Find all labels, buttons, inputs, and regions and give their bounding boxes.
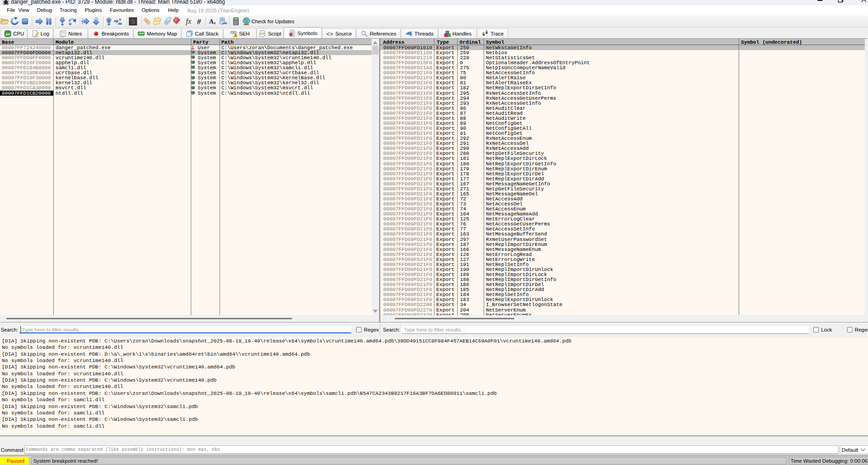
svg-text:A: A <box>209 18 214 25</box>
svg-text:<>: <> <box>260 32 265 36</box>
svg-text:fx: fx <box>186 17 191 26</box>
svg-text:64: 64 <box>6 32 10 36</box>
svg-text:S: S <box>131 18 135 25</box>
svg-text:<>: <> <box>327 31 333 37</box>
svg-text:#: # <box>197 17 201 26</box>
svg-text:z: z <box>214 20 216 25</box>
svg-text:!: ! <box>235 34 236 37</box>
